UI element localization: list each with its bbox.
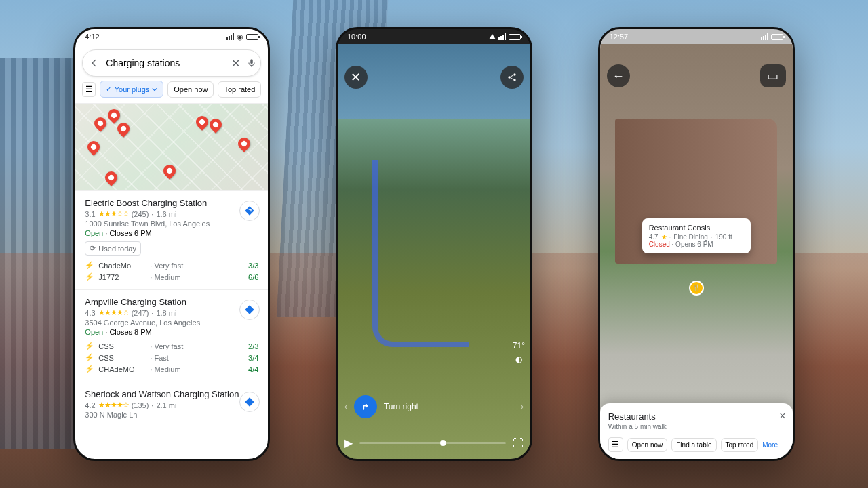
chip-open-now[interactable]: Open now: [167, 81, 214, 98]
sheet-filters: ☰ Open now Find a table Top rated More: [608, 437, 785, 452]
result-title: Sherlock and Wattson Charging Station: [85, 389, 258, 399]
signal-icon: [489, 34, 496, 39]
weather-indicator: 71° ◐: [513, 341, 525, 364]
map-preview[interactable]: [75, 103, 268, 191]
filter-tune-icon[interactable]: ☰: [608, 437, 623, 452]
sheet-subtitle: Within a 5 min walk: [608, 423, 785, 430]
place-callout[interactable]: Restaurant Consis 4.7★·Fine Dining·190 f…: [642, 218, 751, 253]
connectors: ⚡ChadeMo· Very fast3/3 ⚡J1772· Medium6/6: [85, 260, 258, 283]
phone-charging-search: 4:12 ◉ ✕ ☰ ✓ Your plugs Open now Top rat…: [73, 27, 270, 461]
chip-top-rated[interactable]: Top rated: [721, 438, 759, 452]
expand-icon[interactable]: ⛶: [513, 437, 524, 449]
turn-right-icon: [354, 395, 377, 418]
chip-top-rated[interactable]: Top rated: [218, 81, 261, 98]
chevron-left-icon[interactable]: ‹: [344, 402, 347, 411]
used-badge: ⟳ Used today: [85, 241, 141, 256]
phone-immersive-nav: 10:00 ✕ 71° ◐ ‹ Turn right › ▶ ⛶: [336, 27, 532, 461]
clock: 12:57: [610, 33, 629, 41]
svg-point-1: [508, 76, 510, 78]
filter-row: ☰ ✓ Your plugs Open now Top rated: [75, 81, 268, 103]
playback-row: ▶ ⛶: [344, 436, 524, 449]
live-ar-view[interactable]: ← ▭ Restaurant Consis 4.7★·Fine Dining·1…: [600, 44, 793, 459]
status-bar: 12:57: [600, 29, 793, 44]
route-path: [372, 160, 469, 346]
clock: 10:00: [347, 33, 366, 41]
result-title: Ampville Charging Station: [85, 297, 258, 307]
immersive-view[interactable]: ✕ 71° ◐ ‹ Turn right › ▶ ⛶: [338, 44, 530, 459]
place-name: Restaurant Consis: [649, 224, 744, 232]
battery-icon: [509, 34, 521, 40]
result-address: 1000 Sunrise Town Blvd, Los Angeles: [85, 220, 258, 228]
result-hours: Open · Closes 6 PM: [85, 229, 258, 237]
clear-icon[interactable]: ✕: [231, 57, 240, 69]
chip-your-plugs[interactable]: ✓ Your plugs: [100, 81, 164, 98]
back-button[interactable]: ←: [607, 64, 630, 87]
results-list[interactable]: Electric Boost Charging Station 3.1★★★☆☆…: [75, 191, 268, 459]
clock: 4:12: [85, 33, 99, 41]
mic-icon[interactable]: [247, 57, 256, 69]
result-title: Electric Boost Charging Station: [85, 198, 258, 208]
status-bar: 4:12 ◉: [75, 29, 268, 44]
result-item[interactable]: Electric Boost Charging Station 3.1★★★☆☆…: [75, 191, 268, 290]
bottom-sheet[interactable]: × Restaurants Within a 5 min walk ☰ Open…: [600, 403, 793, 459]
map-toggle-button[interactable]: ▭: [760, 64, 786, 87]
phone-live-view: 12:57 ← ▭ Restaurant Consis 4.7★·Fine Di…: [598, 27, 795, 461]
signal-icon: [498, 33, 506, 40]
chevron-right-icon[interactable]: ›: [521, 402, 524, 411]
result-meta: 3.1★★★☆☆(245)·1.6 mi: [85, 209, 258, 218]
back-icon[interactable]: [90, 57, 99, 69]
search-bar[interactable]: ✕: [82, 49, 261, 77]
turn-text: Turn right: [384, 402, 418, 411]
close-icon[interactable]: ×: [779, 410, 785, 422]
chip-more[interactable]: More: [762, 441, 778, 449]
chip-open-now[interactable]: Open now: [627, 438, 668, 452]
share-button[interactable]: [500, 66, 524, 89]
svg-rect-0: [251, 59, 254, 64]
chip-find-table[interactable]: Find a table: [671, 438, 716, 452]
filter-tune-icon[interactable]: ☰: [82, 82, 95, 97]
restaurant-marker-icon[interactable]: 🍴: [689, 281, 704, 296]
battery-icon: [246, 34, 258, 40]
turn-instruction: ‹ Turn right ›: [344, 395, 524, 418]
svg-point-3: [513, 79, 515, 81]
svg-point-2: [513, 73, 515, 75]
search-input[interactable]: [106, 58, 224, 68]
status-icons: ◉: [226, 33, 258, 41]
wifi-icon: ◉: [237, 33, 243, 41]
progress-bar[interactable]: [359, 442, 506, 444]
signal-icon: [226, 33, 234, 40]
play-button[interactable]: ▶: [344, 436, 353, 449]
sheet-title: Restaurants: [608, 411, 785, 422]
result-item[interactable]: Sherlock and Wattson Charging Station 4.…: [75, 382, 268, 426]
close-button[interactable]: ✕: [344, 66, 368, 89]
result-item[interactable]: Ampville Charging Station 4.3★★★★☆(247)·…: [75, 290, 268, 382]
status-bar: 10:00: [338, 29, 530, 44]
